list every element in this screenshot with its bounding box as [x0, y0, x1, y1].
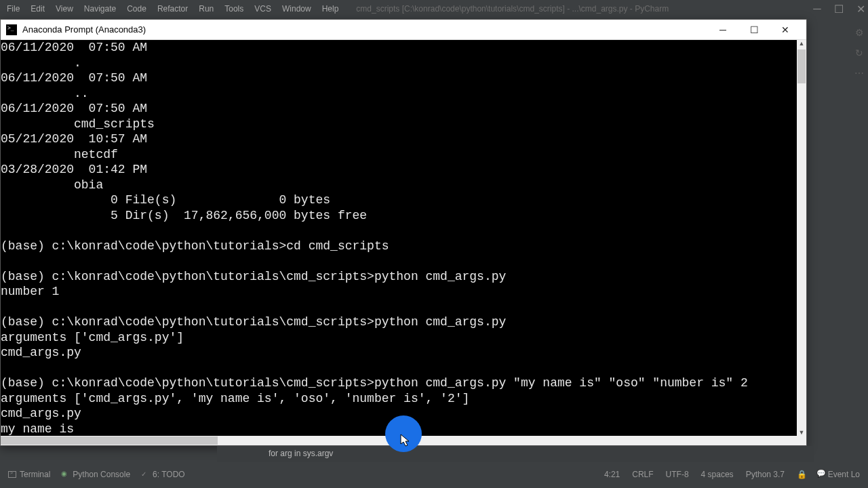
terminal-horizontal-scrollbar[interactable] — [1, 436, 797, 445]
terminal-icon — [8, 471, 16, 478]
menu-run[interactable]: Run — [193, 2, 219, 16]
terminal-app-icon — [6, 24, 17, 35]
terminal-titlebar[interactable]: Anaconda Prompt (Anaconda3) ─ ☐ ✕ — [1, 20, 806, 40]
menu-edit[interactable]: Edit — [25, 2, 50, 16]
menu-window[interactable]: Window — [277, 2, 317, 16]
terminal-body[interactable]: 06/11/2020 07:50 AM . 06/11/2020 07:50 A… — [1, 40, 806, 445]
gutter-icon[interactable]: ↻ — [855, 47, 863, 58]
status-encoding[interactable]: UTF-8 — [666, 470, 689, 479]
tool-todo-label: 6: TODO — [153, 470, 185, 479]
tool-event-log-label: Event Lo — [828, 470, 860, 479]
terminal-vertical-scrollbar[interactable]: ▲ ▼ — [797, 40, 806, 436]
menu-code[interactable]: Code — [121, 2, 152, 16]
status-eol[interactable]: CRLF — [632, 470, 653, 479]
terminal-title: Anaconda Prompt (Anaconda3) — [22, 24, 146, 35]
scroll-up-icon[interactable]: ▲ — [799, 40, 805, 47]
gutter-icon[interactable]: ⋯ — [854, 68, 864, 79]
menu-file[interactable]: File — [1, 2, 25, 16]
anaconda-prompt-window: Anaconda Prompt (Anaconda3) ─ ☐ ✕ 06/11/… — [0, 19, 807, 446]
status-caret-pos[interactable]: 4:21 — [604, 470, 620, 479]
status-lock-icon[interactable]: 🔒 — [797, 470, 807, 479]
terminal-window-controls: ─ ☐ ✕ — [707, 20, 801, 39]
status-bar-right: 4:21 CRLF UTF-8 4 spaces Python 3.7 🔒 — [604, 466, 807, 483]
menu-vcs[interactable]: VCS — [249, 2, 277, 16]
terminal-close-button[interactable]: ✕ — [770, 20, 801, 39]
tool-terminal-label: Terminal — [20, 470, 50, 479]
terminal-output[interactable]: 06/11/2020 07:50 AM . 06/11/2020 07:50 A… — [1, 40, 797, 436]
menu-help[interactable]: Help — [317, 2, 344, 16]
menu-refactor[interactable]: Refactor — [152, 2, 193, 16]
menu-navigate[interactable]: Navigate — [79, 2, 121, 16]
python-icon — [61, 471, 69, 478]
menu-view[interactable]: View — [50, 2, 79, 16]
tool-terminal[interactable]: Terminal — [3, 467, 56, 482]
ide-window-controls: ─ ☐ ✕ — [812, 3, 865, 16]
status-indent[interactable]: 4 spaces — [701, 470, 734, 479]
ide-right-gutter: ⚙ ↻ ⋯ — [852, 27, 867, 79]
todo-icon — [141, 471, 149, 478]
hint-bar: for arg in sys.argv — [217, 446, 814, 462]
scroll-thumb-v[interactable] — [797, 49, 806, 83]
scroll-thumb-h[interactable] — [1, 436, 218, 445]
tool-console-label: Python Console — [73, 470, 130, 479]
status-interpreter[interactable]: Python 3.7 — [746, 470, 785, 479]
scroll-corner — [797, 436, 806, 445]
tool-python-console[interactable]: Python Console — [56, 467, 136, 482]
menu-tools[interactable]: Tools — [219, 2, 249, 16]
terminal-minimize-button[interactable]: ─ — [707, 20, 738, 39]
tool-todo[interactable]: 6: TODO — [136, 467, 191, 482]
ide-maximize-icon[interactable]: ☐ — [834, 3, 844, 16]
event-log-icon — [816, 471, 825, 478]
terminal-maximize-button[interactable]: ☐ — [738, 20, 770, 39]
ide-title-path: cmd_scripts [C:\konrad\code\python\tutor… — [356, 4, 669, 14]
ide-minimize-icon[interactable]: ─ — [812, 3, 822, 16]
gutter-icon[interactable]: ⚙ — [855, 27, 864, 38]
tool-event-log[interactable]: Event Lo — [811, 467, 865, 482]
ide-close-icon[interactable]: ✕ — [856, 3, 865, 16]
scroll-down-icon[interactable]: ▼ — [799, 429, 805, 436]
ide-menubar: File Edit View Navigate Code Refactor Ru… — [0, 0, 868, 18]
